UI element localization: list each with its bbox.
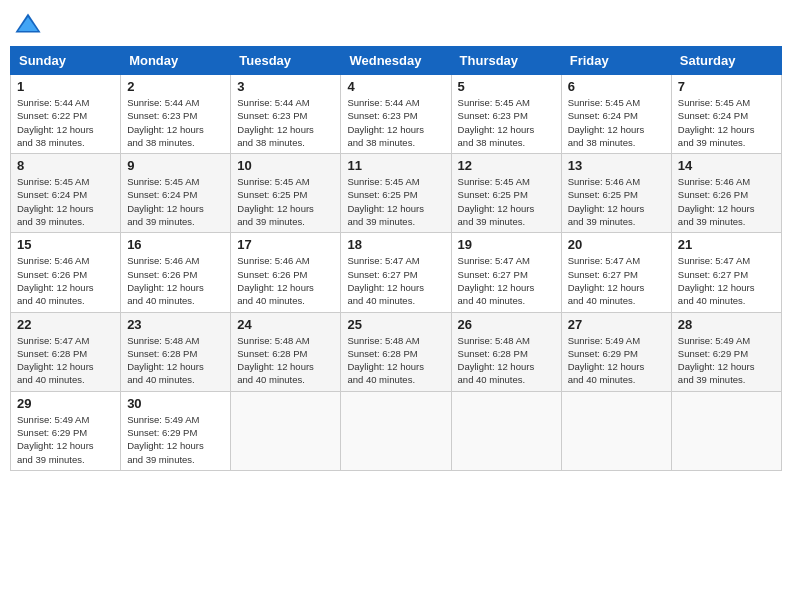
calendar-cell: 18Sunrise: 5:47 AMSunset: 6:27 PMDayligh… [341,233,451,312]
calendar-cell [341,391,451,470]
calendar-cell: 16Sunrise: 5:46 AMSunset: 6:26 PMDayligh… [121,233,231,312]
day-info: Sunrise: 5:45 AMSunset: 6:24 PMDaylight:… [17,175,114,228]
day-info: Sunrise: 5:49 AMSunset: 6:29 PMDaylight:… [568,334,665,387]
day-info: Sunrise: 5:44 AMSunset: 6:23 PMDaylight:… [127,96,224,149]
day-number: 14 [678,158,775,173]
day-number: 21 [678,237,775,252]
day-info: Sunrise: 5:49 AMSunset: 6:29 PMDaylight:… [127,413,224,466]
day-number: 13 [568,158,665,173]
calendar-cell [561,391,671,470]
day-info: Sunrise: 5:44 AMSunset: 6:22 PMDaylight:… [17,96,114,149]
calendar-cell: 3Sunrise: 5:44 AMSunset: 6:23 PMDaylight… [231,75,341,154]
calendar-cell: 26Sunrise: 5:48 AMSunset: 6:28 PMDayligh… [451,312,561,391]
calendar-cell: 29Sunrise: 5:49 AMSunset: 6:29 PMDayligh… [11,391,121,470]
logo-icon [14,10,42,38]
day-number: 4 [347,79,444,94]
day-number: 16 [127,237,224,252]
calendar-week-row: 22Sunrise: 5:47 AMSunset: 6:28 PMDayligh… [11,312,782,391]
day-info: Sunrise: 5:45 AMSunset: 6:24 PMDaylight:… [568,96,665,149]
day-info: Sunrise: 5:45 AMSunset: 6:24 PMDaylight:… [127,175,224,228]
day-number: 1 [17,79,114,94]
day-number: 11 [347,158,444,173]
day-number: 24 [237,317,334,332]
calendar-cell: 21Sunrise: 5:47 AMSunset: 6:27 PMDayligh… [671,233,781,312]
calendar-cell [671,391,781,470]
day-header-friday: Friday [561,47,671,75]
day-info: Sunrise: 5:47 AMSunset: 6:27 PMDaylight:… [347,254,444,307]
calendar-cell: 12Sunrise: 5:45 AMSunset: 6:25 PMDayligh… [451,154,561,233]
calendar-week-row: 15Sunrise: 5:46 AMSunset: 6:26 PMDayligh… [11,233,782,312]
day-number: 8 [17,158,114,173]
day-info: Sunrise: 5:45 AMSunset: 6:23 PMDaylight:… [458,96,555,149]
day-number: 28 [678,317,775,332]
calendar-cell: 5Sunrise: 5:45 AMSunset: 6:23 PMDaylight… [451,75,561,154]
day-number: 27 [568,317,665,332]
day-info: Sunrise: 5:45 AMSunset: 6:25 PMDaylight:… [237,175,334,228]
calendar-week-row: 1Sunrise: 5:44 AMSunset: 6:22 PMDaylight… [11,75,782,154]
calendar-cell: 17Sunrise: 5:46 AMSunset: 6:26 PMDayligh… [231,233,341,312]
calendar-cell: 15Sunrise: 5:46 AMSunset: 6:26 PMDayligh… [11,233,121,312]
day-info: Sunrise: 5:48 AMSunset: 6:28 PMDaylight:… [347,334,444,387]
calendar-cell [231,391,341,470]
calendar-cell: 4Sunrise: 5:44 AMSunset: 6:23 PMDaylight… [341,75,451,154]
day-number: 12 [458,158,555,173]
day-number: 9 [127,158,224,173]
day-number: 29 [17,396,114,411]
day-number: 23 [127,317,224,332]
day-number: 5 [458,79,555,94]
day-header-tuesday: Tuesday [231,47,341,75]
day-header-wednesday: Wednesday [341,47,451,75]
calendar-cell [451,391,561,470]
calendar-cell: 20Sunrise: 5:47 AMSunset: 6:27 PMDayligh… [561,233,671,312]
day-number: 19 [458,237,555,252]
day-number: 30 [127,396,224,411]
day-info: Sunrise: 5:47 AMSunset: 6:27 PMDaylight:… [568,254,665,307]
calendar-cell: 6Sunrise: 5:45 AMSunset: 6:24 PMDaylight… [561,75,671,154]
day-info: Sunrise: 5:46 AMSunset: 6:26 PMDaylight:… [237,254,334,307]
calendar-header-row: SundayMondayTuesdayWednesdayThursdayFrid… [11,47,782,75]
calendar-cell: 14Sunrise: 5:46 AMSunset: 6:26 PMDayligh… [671,154,781,233]
day-header-sunday: Sunday [11,47,121,75]
calendar-cell: 28Sunrise: 5:49 AMSunset: 6:29 PMDayligh… [671,312,781,391]
page-header [10,10,782,38]
day-info: Sunrise: 5:47 AMSunset: 6:28 PMDaylight:… [17,334,114,387]
day-header-saturday: Saturday [671,47,781,75]
day-header-thursday: Thursday [451,47,561,75]
day-info: Sunrise: 5:45 AMSunset: 6:25 PMDaylight:… [458,175,555,228]
calendar-cell: 13Sunrise: 5:46 AMSunset: 6:25 PMDayligh… [561,154,671,233]
day-info: Sunrise: 5:47 AMSunset: 6:27 PMDaylight:… [458,254,555,307]
calendar-cell: 9Sunrise: 5:45 AMSunset: 6:24 PMDaylight… [121,154,231,233]
day-number: 10 [237,158,334,173]
day-number: 18 [347,237,444,252]
calendar-week-row: 29Sunrise: 5:49 AMSunset: 6:29 PMDayligh… [11,391,782,470]
calendar-cell: 10Sunrise: 5:45 AMSunset: 6:25 PMDayligh… [231,154,341,233]
day-number: 2 [127,79,224,94]
day-info: Sunrise: 5:49 AMSunset: 6:29 PMDaylight:… [17,413,114,466]
day-number: 7 [678,79,775,94]
day-header-monday: Monday [121,47,231,75]
day-number: 17 [237,237,334,252]
day-number: 20 [568,237,665,252]
day-info: Sunrise: 5:44 AMSunset: 6:23 PMDaylight:… [237,96,334,149]
calendar-cell: 1Sunrise: 5:44 AMSunset: 6:22 PMDaylight… [11,75,121,154]
day-number: 22 [17,317,114,332]
day-info: Sunrise: 5:47 AMSunset: 6:27 PMDaylight:… [678,254,775,307]
calendar-cell: 7Sunrise: 5:45 AMSunset: 6:24 PMDaylight… [671,75,781,154]
day-number: 15 [17,237,114,252]
day-info: Sunrise: 5:49 AMSunset: 6:29 PMDaylight:… [678,334,775,387]
calendar-cell: 25Sunrise: 5:48 AMSunset: 6:28 PMDayligh… [341,312,451,391]
day-info: Sunrise: 5:44 AMSunset: 6:23 PMDaylight:… [347,96,444,149]
day-info: Sunrise: 5:45 AMSunset: 6:25 PMDaylight:… [347,175,444,228]
calendar-cell: 30Sunrise: 5:49 AMSunset: 6:29 PMDayligh… [121,391,231,470]
day-info: Sunrise: 5:46 AMSunset: 6:26 PMDaylight:… [17,254,114,307]
calendar-cell: 11Sunrise: 5:45 AMSunset: 6:25 PMDayligh… [341,154,451,233]
calendar-cell: 8Sunrise: 5:45 AMSunset: 6:24 PMDaylight… [11,154,121,233]
calendar-cell: 19Sunrise: 5:47 AMSunset: 6:27 PMDayligh… [451,233,561,312]
calendar-week-row: 8Sunrise: 5:45 AMSunset: 6:24 PMDaylight… [11,154,782,233]
calendar-cell: 2Sunrise: 5:44 AMSunset: 6:23 PMDaylight… [121,75,231,154]
calendar-cell: 24Sunrise: 5:48 AMSunset: 6:28 PMDayligh… [231,312,341,391]
calendar-cell: 27Sunrise: 5:49 AMSunset: 6:29 PMDayligh… [561,312,671,391]
day-number: 6 [568,79,665,94]
day-info: Sunrise: 5:45 AMSunset: 6:24 PMDaylight:… [678,96,775,149]
calendar-table: SundayMondayTuesdayWednesdayThursdayFrid… [10,46,782,471]
